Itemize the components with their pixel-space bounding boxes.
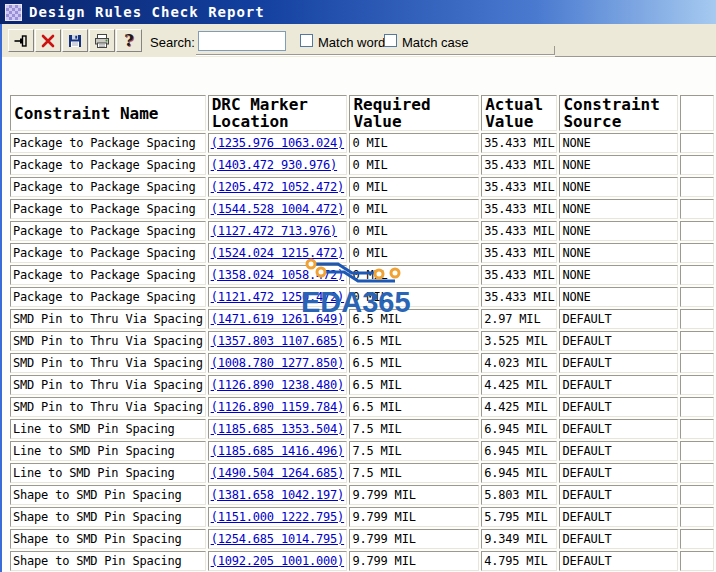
constraint-name-cell: SMD Pin to Thru Via Spacing (10, 397, 206, 417)
drc-location-cell: (1381.658 1042.197) (208, 485, 348, 505)
toolbar-divider-right (555, 56, 716, 57)
required-value-cell: 0 MIL (349, 155, 479, 175)
constraint-name-cell: Shape to SMD Pin Spacing (10, 485, 206, 505)
constraint-name-cell: Shape to SMD Pin Spacing (10, 551, 206, 571)
actual-value-cell: 35.433 MIL (481, 133, 557, 153)
extra-cell (680, 243, 714, 263)
print-icon (94, 33, 110, 49)
constraint-name-cell: Package to Package Spacing (10, 177, 206, 197)
constraint-source-cell: DEFAULT (559, 309, 677, 329)
required-value-cell: 9.799 MIL (349, 485, 479, 505)
actual-value-cell: 2.97 MIL (481, 309, 557, 329)
drc-location-cell: (1357.803 1107.685) (208, 331, 348, 351)
constraint-source-cell: NONE (559, 243, 677, 263)
title-bar: Design Rules Check Report (0, 0, 716, 24)
required-value-cell: 7.5 MIL (349, 463, 479, 483)
drc-location-link[interactable]: (1185.685 1353.504) (211, 422, 344, 436)
extra-cell (680, 419, 714, 439)
drc-location-link[interactable]: (1185.685 1416.496) (211, 444, 344, 458)
required-value-cell: 9.799 MIL (349, 551, 479, 571)
col-header-constraint-source: Constraint Source (559, 95, 677, 131)
drc-location-link[interactable]: (1127.472 713.976) (211, 224, 337, 238)
required-value-cell: 0 MIL (349, 287, 479, 307)
extra-cell (680, 375, 714, 395)
required-value-cell: 6.5 MIL (349, 309, 479, 329)
save-icon (67, 33, 83, 49)
drc-location-cell: (1544.528 1004.472) (208, 199, 348, 219)
constraint-source-cell: NONE (559, 265, 677, 285)
extra-cell (680, 463, 714, 483)
drc-location-link[interactable]: (1151.000 1222.795) (211, 510, 344, 524)
actual-value-cell: 35.433 MIL (481, 199, 557, 219)
extra-cell (680, 177, 714, 197)
constraint-source-cell: DEFAULT (559, 375, 677, 395)
table-row: SMD Pin to Thru Via Spacing (1008.780 12… (10, 353, 714, 373)
extra-cell (680, 199, 714, 219)
pin-button[interactable] (8, 29, 34, 52)
required-value-cell: 6.5 MIL (349, 397, 479, 417)
extra-cell (680, 265, 714, 285)
required-value-cell: 0 MIL (349, 199, 479, 219)
constraint-source-cell: DEFAULT (559, 331, 677, 351)
required-value-cell: 9.799 MIL (349, 529, 479, 549)
required-value-cell: 0 MIL (349, 265, 479, 285)
extra-cell (680, 221, 714, 241)
required-value-cell: 7.5 MIL (349, 441, 479, 461)
drc-location-link[interactable]: (1126.890 1159.784) (211, 400, 344, 414)
required-value-cell: 0 MIL (349, 177, 479, 197)
drc-location-cell: (1185.685 1416.496) (208, 441, 348, 461)
close-button[interactable] (35, 29, 61, 52)
table-row: Shape to SMD Pin Spacing (1381.658 1042.… (10, 485, 714, 505)
drc-location-link[interactable]: (1235.976 1063.024) (211, 136, 344, 150)
drc-location-link[interactable]: (1357.803 1107.685) (211, 334, 344, 348)
drc-location-link[interactable]: (1471.619 1261.649) (211, 312, 344, 326)
drc-location-link[interactable]: (1358.024 1058.472) (211, 268, 344, 282)
drc-location-link[interactable]: (1544.528 1004.472) (211, 202, 344, 216)
drc-location-link[interactable]: (1490.504 1264.685) (211, 466, 344, 480)
app-grid-icon (5, 4, 22, 21)
constraint-name-cell: Shape to SMD Pin Spacing (10, 529, 206, 549)
drc-location-link[interactable]: (1008.780 1277.850) (211, 356, 344, 370)
constraint-name-cell: Package to Package Spacing (10, 199, 206, 219)
print-button[interactable] (89, 29, 115, 52)
constraint-source-cell: NONE (559, 199, 677, 219)
drc-location-link[interactable]: (1254.685 1014.795) (211, 532, 344, 546)
drc-location-link[interactable]: (1205.472 1052.472) (211, 180, 344, 194)
actual-value-cell: 35.433 MIL (481, 287, 557, 307)
search-label: Search: (150, 35, 195, 50)
drc-location-link[interactable]: (1126.890 1238.480) (211, 378, 344, 392)
window-left-border (0, 24, 2, 572)
table-body: Package to Package Spacing (1235.976 106… (10, 133, 714, 572)
constraint-name-cell: SMD Pin to Thru Via Spacing (10, 353, 206, 373)
required-value-cell: 0 MIL (349, 133, 479, 153)
drc-location-link[interactable]: (1381.658 1042.197) (211, 488, 344, 502)
constraint-name-cell: SMD Pin to Thru Via Spacing (10, 331, 206, 351)
actual-value-cell: 6.945 MIL (481, 441, 557, 461)
actual-value-cell: 35.433 MIL (481, 243, 557, 263)
actual-value-cell: 9.349 MIL (481, 529, 557, 549)
actual-value-cell: 6.945 MIL (481, 463, 557, 483)
match-case-checkbox[interactable] (384, 34, 397, 47)
drc-location-link[interactable]: (1121.472 1250.472) (211, 290, 344, 304)
drc-location-link[interactable]: (1092.205 1001.000) (211, 554, 344, 568)
drc-location-link[interactable]: (1403.472 930.976) (211, 158, 337, 172)
constraint-name-cell: Package to Package Spacing (10, 221, 206, 241)
table-row: Package to Package Spacing (1403.472 930… (10, 155, 714, 175)
save-button[interactable] (62, 29, 88, 52)
table-row: SMD Pin to Thru Via Spacing (1357.803 11… (10, 331, 714, 351)
constraint-name-cell: Line to SMD Pin Spacing (10, 419, 206, 439)
table-row: Package to Package Spacing (1205.472 105… (10, 177, 714, 197)
drc-location-cell: (1471.619 1261.649) (208, 309, 348, 329)
required-value-cell: 6.5 MIL (349, 331, 479, 351)
col-header-drc-marker-location: DRC Marker Location (208, 95, 348, 131)
help-button[interactable]: ? (116, 29, 142, 52)
constraint-source-cell: DEFAULT (559, 507, 677, 527)
table-row: Package to Package Spacing (1358.024 105… (10, 265, 714, 285)
drc-location-cell: (1008.780 1277.850) (208, 353, 348, 373)
constraint-source-cell: DEFAULT (559, 463, 677, 483)
search-input[interactable] (198, 31, 286, 51)
extra-cell (680, 133, 714, 153)
drc-location-link[interactable]: (1524.024 1215.472) (211, 246, 344, 260)
table-row: Shape to SMD Pin Spacing (1092.205 1001.… (10, 551, 714, 571)
match-word-checkbox[interactable] (300, 34, 313, 47)
